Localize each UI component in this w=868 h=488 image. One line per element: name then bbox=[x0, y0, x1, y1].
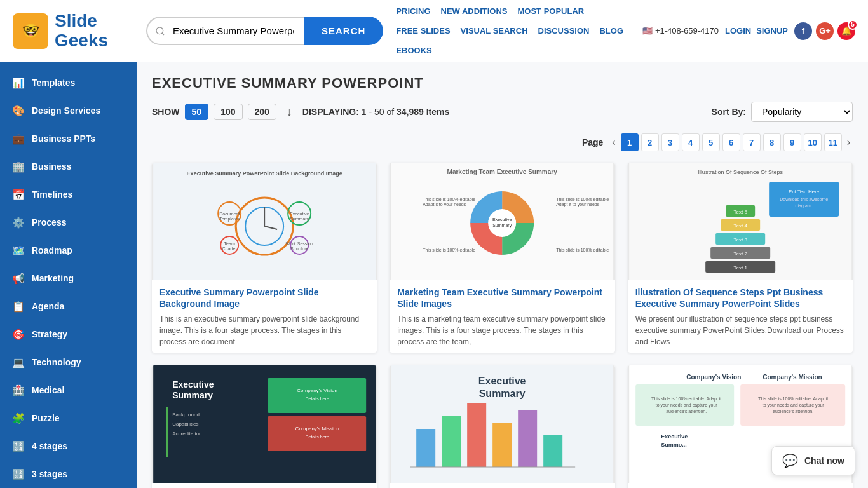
page-btn-1[interactable]: 1 bbox=[621, 133, 639, 151]
prev-page-arrow[interactable]: ‹ bbox=[609, 137, 618, 148]
product-card-prod5[interactable]: Executive Summary Executive Summary bbox=[390, 365, 614, 488]
svg-text:Executive Summary PowerPoint S: Executive Summary PowerPoint Slide Backg… bbox=[187, 170, 342, 177]
sidebar-item-timelines[interactable]: 📅 Timelines bbox=[0, 180, 137, 208]
svg-text:Adapt it to your needs: Adapt it to your needs bbox=[423, 202, 466, 207]
product-desc-prod2: This is a marketing team executive summa… bbox=[397, 313, 607, 348]
sidebar-icon-business-ppts: 💼 bbox=[11, 132, 25, 146]
sidebar-item-design-services[interactable]: 🎨 Design Services bbox=[0, 97, 137, 125]
social-icons: f G+ 🔔 5 bbox=[794, 22, 855, 40]
page-btn-2[interactable]: 2 bbox=[641, 133, 659, 151]
sidebar-item-process[interactable]: ⚙️ Process bbox=[0, 208, 137, 236]
nav-item-visual-search[interactable]: VISUAL SEARCH bbox=[461, 26, 528, 36]
sidebar-label-strategy: Strategy bbox=[32, 329, 67, 339]
svg-text:Executive: Executive bbox=[478, 376, 526, 386]
product-info-prod6: Executive Summary bbox=[628, 483, 853, 488]
product-info-prod2: Marketing Team Executive Summary Powerpo… bbox=[390, 280, 614, 353]
svg-text:Details here: Details here bbox=[305, 396, 329, 401]
sort-down-icon[interactable]: ↓ bbox=[287, 105, 292, 119]
svg-text:Put Text Here: Put Text Here bbox=[789, 189, 820, 194]
svg-rect-61 bbox=[416, 429, 435, 467]
product-card-prod4[interactable]: Executive Summary Background Capabilitie… bbox=[152, 365, 377, 488]
nav-item-free-slides[interactable]: FREE SLIDES bbox=[396, 26, 450, 36]
sort-select[interactable]: Popularity Newest Oldest bbox=[751, 102, 853, 122]
svg-text:Summary: Summary bbox=[493, 223, 512, 228]
notification-icon[interactable]: 🔔 5 bbox=[837, 22, 855, 40]
signup-link[interactable]: SIGNUP bbox=[756, 26, 788, 36]
svg-text:Accreditation: Accreditation bbox=[172, 431, 201, 437]
nav-item-ebooks[interactable]: EBOOKS bbox=[396, 46, 431, 55]
sidebar-item-4-stages[interactable]: 🔢 4 stages bbox=[0, 432, 137, 460]
chat-widget[interactable]: 💬 Chat now bbox=[771, 446, 855, 475]
svg-text:Summary: Summary bbox=[479, 388, 526, 399]
svg-text:Download this awesome: Download this awesome bbox=[780, 197, 828, 201]
svg-text:This slide is 100% editable: This slide is 100% editable bbox=[556, 197, 609, 201]
page-btn-8[interactable]: 8 bbox=[763, 133, 781, 151]
svg-text:This slide is 100% editable: This slide is 100% editable bbox=[423, 197, 475, 201]
header: 🤓 Slide Geeks SEARCH PRICINGNEW ADDITION… bbox=[0, 0, 868, 62]
sidebar-item-templates[interactable]: 📊 Templates bbox=[0, 69, 137, 97]
product-info-prod4: Executive Summary bbox=[152, 483, 377, 488]
google-plus-icon[interactable]: G+ bbox=[816, 22, 834, 40]
sidebar-item-puzzle[interactable]: 🧩 Puzzle bbox=[0, 404, 137, 432]
notification-badge: 5 bbox=[848, 20, 858, 30]
svg-text:Company's Mission: Company's Mission bbox=[295, 426, 339, 431]
chat-label: Chat now bbox=[804, 456, 844, 466]
svg-text:Company's Vision: Company's Vision bbox=[686, 374, 741, 381]
show-option-50[interactable]: 50 bbox=[185, 104, 209, 120]
facebook-icon[interactable]: f bbox=[794, 22, 812, 40]
logo-text: Slide Geeks bbox=[55, 11, 108, 51]
next-page-arrow[interactable]: › bbox=[844, 137, 853, 148]
svg-text:Templates: Templates bbox=[219, 217, 240, 222]
login-link[interactable]: LOGIN bbox=[725, 26, 751, 36]
page-btn-4[interactable]: 4 bbox=[682, 133, 700, 151]
sidebar-item-strategy[interactable]: 🎯 Strategy bbox=[0, 320, 137, 348]
header-right: 🇺🇸 +1-408-659-4170 LOGIN SIGNUP f G+ 🔔 5 bbox=[642, 22, 855, 40]
nav-item-most-popular[interactable]: MOST POPULAR bbox=[517, 6, 584, 16]
sidebar-item-technology[interactable]: 💻 Technology bbox=[0, 348, 137, 376]
sidebar-label-templates: Templates bbox=[32, 78, 75, 88]
phone-number: 🇺🇸 +1-408-659-4170 bbox=[642, 26, 719, 36]
sidebar-item-business[interactable]: 🏢 Business bbox=[0, 152, 137, 180]
sidebar-item-agenda[interactable]: 📋 Agenda bbox=[0, 292, 137, 320]
page-btn-5[interactable]: 5 bbox=[702, 133, 720, 151]
sidebar-item-business-ppts[interactable]: 💼 Business PPTs bbox=[0, 125, 137, 152]
sidebar-item-medical[interactable]: 🏥 Medical bbox=[0, 376, 137, 404]
svg-text:Company's Vision: Company's Vision bbox=[297, 388, 337, 393]
layout: 📊 Templates🎨 Design Services💼 Business P… bbox=[0, 62, 868, 488]
svg-rect-52 bbox=[268, 378, 366, 413]
page-btn-6[interactable]: 6 bbox=[722, 133, 740, 151]
page-btn-10[interactable]: 10 bbox=[804, 133, 822, 151]
nav-item-pricing[interactable]: PRICING bbox=[396, 6, 430, 16]
auth-links: LOGIN SIGNUP bbox=[725, 26, 788, 36]
svg-text:Marketing Team Executive Summa: Marketing Team Executive Summary bbox=[447, 168, 558, 175]
search-input[interactable] bbox=[146, 17, 304, 45]
show-option-100[interactable]: 100 bbox=[214, 104, 242, 120]
svg-text:Team: Team bbox=[224, 241, 235, 246]
product-card-prod2[interactable]: Marketing Team Executive Summary Executi… bbox=[390, 163, 614, 353]
nav-item-discussion[interactable]: DISCUSSION bbox=[538, 26, 590, 36]
sidebar-icon-technology: 💻 bbox=[11, 355, 25, 369]
sidebar-label-design-services: Design Services bbox=[32, 105, 100, 116]
svg-text:diagram.: diagram. bbox=[795, 203, 812, 208]
page-btn-3[interactable]: 3 bbox=[661, 133, 679, 151]
product-info-prod3: Illustration Of Sequence Steps Ppt Busin… bbox=[628, 280, 853, 353]
nav-item-new-additions[interactable]: NEW ADDITIONS bbox=[441, 6, 508, 16]
search-button[interactable]: SEARCH bbox=[304, 17, 383, 45]
sidebar-label-process: Process bbox=[32, 217, 66, 227]
page-btn-11[interactable]: 11 bbox=[824, 133, 842, 151]
logo-slide: Slide bbox=[55, 11, 108, 31]
svg-text:audience's attention.: audience's attention. bbox=[773, 409, 813, 414]
sidebar-item-roadmap[interactable]: 🗺️ Roadmap bbox=[0, 236, 137, 264]
sidebar-label-agenda: Agenda bbox=[32, 301, 64, 311]
sidebar-label-roadmap: Roadmap bbox=[32, 245, 72, 255]
svg-rect-62 bbox=[442, 416, 461, 467]
sidebar-item-marketing[interactable]: 📢 Marketing bbox=[0, 264, 137, 292]
sidebar-item-3-stages[interactable]: 🔢 3 stages bbox=[0, 460, 137, 488]
show-option-200[interactable]: 200 bbox=[248, 104, 276, 120]
page-btn-9[interactable]: 9 bbox=[783, 133, 801, 151]
logo[interactable]: 🤓 Slide Geeks bbox=[13, 11, 133, 51]
product-card-prod3[interactable]: Illustration Of Sequence Of Steps Text 1… bbox=[628, 163, 853, 353]
page-btn-7[interactable]: 7 bbox=[743, 133, 761, 151]
product-card-prod1[interactable]: Executive Summary PowerPoint Slide Backg… bbox=[152, 163, 377, 353]
nav-item-blog[interactable]: BLOG bbox=[599, 26, 623, 36]
